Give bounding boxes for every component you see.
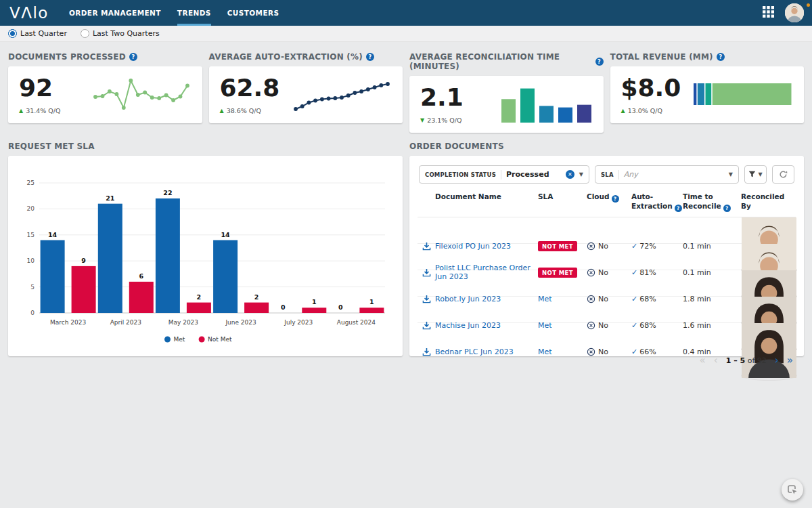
column-header[interactable]: Cloud? (587, 192, 631, 203)
order-documents-panel: COMPLETION STATUS Processed ✕ ▼ SLA Any … (409, 156, 804, 356)
completion-status-value: Processed (506, 170, 549, 179)
radio-icon (8, 29, 17, 38)
delta-up-icon: ▲ (220, 108, 224, 114)
time-cell: 0.4 min (683, 347, 741, 356)
kpi-title: DOCUMENTS PROCESSED? (8, 52, 202, 62)
svg-text:25: 25 (27, 179, 35, 186)
funnel-icon (748, 171, 756, 178)
prev-page-button[interactable]: ‹ (714, 356, 718, 366)
document-name-link[interactable]: Filexoid PO Jun 2023 (435, 242, 538, 251)
user-avatar[interactable] (785, 3, 804, 22)
extraction-cell: ✓68% (631, 321, 683, 330)
sla-cell: NOT MET (538, 241, 587, 251)
kpi-card: 92 ▲31.4% Q/Q (8, 66, 202, 123)
extraction-cell: ✓72% (631, 242, 683, 251)
download-icon[interactable] (418, 242, 435, 251)
download-icon[interactable] (418, 268, 435, 277)
radio-last-quarter[interactable]: Last Quarter (8, 29, 67, 38)
cloud-cell: No (587, 242, 631, 251)
help-icon[interactable]: ? (723, 205, 731, 212)
svg-text:10: 10 (27, 257, 35, 264)
nav-tab-trends[interactable]: TRENDS (177, 0, 211, 26)
kpi-sparkline (292, 73, 392, 117)
first-page-button[interactable]: « (700, 356, 706, 366)
svg-text:6: 6 (139, 272, 143, 280)
download-icon[interactable] (418, 347, 435, 356)
sla-cell[interactable]: Met (538, 321, 587, 330)
refresh-button[interactable] (772, 165, 794, 184)
sla-cell[interactable]: Met (538, 347, 587, 356)
kpi-value: 62.8 (220, 76, 280, 100)
kpi-title: AVERAGE AUTO-EXTRACTION (%)? (209, 52, 403, 62)
valo-logo[interactable]: VΛlo (9, 4, 49, 22)
kpi-row: DOCUMENTS PROCESSED? 92 ▲31.4% Q/Q AVERA… (8, 49, 804, 133)
document-name-link[interactable]: Machise Jun 2023 (435, 321, 538, 330)
main-nav-tabs: ORDER MANAGEMENTTRENDSCUSTOMERS (69, 0, 279, 26)
apps-grid-icon[interactable] (763, 6, 774, 20)
kpi-3: TOTAL REVENUE (MM)? $8.0 ▲13.0% Q/Q (610, 49, 805, 133)
svg-text:Met: Met (174, 336, 185, 343)
kpi-delta: ▲38.6% Q/Q (220, 107, 280, 114)
download-icon[interactable] (418, 321, 435, 330)
svg-text:August 2024: August 2024 (337, 319, 376, 326)
kpi-title: AVERAGE RECONCILIATION TIME (MINUTES)? (409, 52, 604, 71)
delta-down-icon: ▼ (420, 117, 424, 123)
sla-filter-placeholder: Any (624, 170, 638, 179)
orders-table-body: Filexoid PO Jun 2023 NOT MET No ✓72% 0.1… (418, 217, 796, 350)
document-name-link[interactable]: Polist LLC Purchase Order Jun 2023 (435, 263, 538, 281)
help-icon[interactable]: ? (612, 195, 619, 203)
element-selector-button[interactable] (782, 479, 803, 501)
help-icon[interactable]: ? (675, 205, 682, 212)
check-icon: ✓ (631, 295, 637, 303)
svg-text:21: 21 (106, 194, 114, 202)
filter-button[interactable]: ▼ (744, 165, 767, 184)
column-header[interactable]: Reconciled By (741, 192, 796, 211)
kpi-title: TOTAL REVENUE (MM)? (610, 52, 805, 62)
circle-x-icon (587, 321, 595, 330)
last-page-button[interactable]: » (787, 356, 793, 366)
nav-tab-customers[interactable]: CUSTOMERS (227, 0, 279, 26)
completion-status-select[interactable]: COMPLETION STATUS Processed ✕ ▼ (419, 165, 589, 184)
cloud-cell: No (587, 321, 631, 330)
check-icon: ✓ (631, 347, 637, 356)
svg-text:0: 0 (338, 303, 343, 311)
kpi-card: 62.8 ▲38.6% Q/Q (209, 66, 403, 123)
nav-tab-order-management[interactable]: ORDER MANAGEMENT (69, 0, 161, 26)
radio-last-two-quarters[interactable]: Last Two Quarters (81, 29, 160, 38)
help-icon[interactable]: ? (595, 58, 604, 66)
sla-cell[interactable]: Met (538, 295, 587, 303)
column-header[interactable]: SLA (538, 192, 587, 202)
orders-pagination: « ‹ 1 – 5 of 92 › » (418, 356, 796, 366)
svg-text:1: 1 (312, 298, 317, 305)
next-page-button[interactable]: › (775, 356, 779, 366)
kpi-1: AVERAGE AUTO-EXTRACTION (%)? 62.8 ▲38.6%… (209, 49, 403, 133)
help-icon[interactable]: ? (717, 53, 725, 61)
column-header[interactable]: Time to Reconcile? (683, 192, 741, 212)
svg-text:20: 20 (27, 205, 35, 212)
download-icon[interactable] (418, 295, 435, 303)
clear-filter-icon[interactable]: ✕ (566, 170, 574, 179)
document-name-link[interactable]: Robot.ly Jun 2023 (435, 295, 538, 303)
document-name-link[interactable]: Bednar PLC Jun 2023 (435, 347, 538, 356)
check-icon: ✓ (631, 321, 637, 330)
kpi-sparkline (91, 73, 191, 117)
circle-x-icon (587, 295, 595, 303)
chevron-down-icon: ▼ (758, 171, 762, 177)
kpi-delta: ▲31.4% Q/Q (19, 107, 61, 114)
sla-cell: NOT MET (538, 268, 587, 278)
reconciled-by-avatar[interactable] (741, 371, 797, 381)
table-row[interactable]: Filexoid PO Jun 2023 NOT MET No ✓72% 0.1… (418, 217, 796, 244)
sla-filter-select[interactable]: SLA Any ▼ (595, 165, 739, 184)
kpi-value: $8.0 (621, 76, 681, 100)
kpi-2: AVERAGE RECONCILIATION TIME (MINUTES)? 2… (409, 49, 604, 133)
not-met-badge: NOT MET (538, 268, 577, 278)
help-icon[interactable]: ? (129, 53, 137, 61)
help-icon[interactable]: ? (366, 53, 374, 61)
kpi-delta: ▲13.0% Q/Q (621, 107, 681, 114)
orders-table-header: Document NameSLACloud?Auto-Extraction?Ti… (418, 189, 796, 217)
column-header[interactable]: Auto-Extraction? (631, 192, 683, 212)
svg-text:0: 0 (30, 310, 35, 316)
refresh-icon (779, 170, 788, 179)
column-header[interactable]: Document Name (435, 192, 538, 202)
sla-filter-label: SLA (601, 171, 614, 178)
